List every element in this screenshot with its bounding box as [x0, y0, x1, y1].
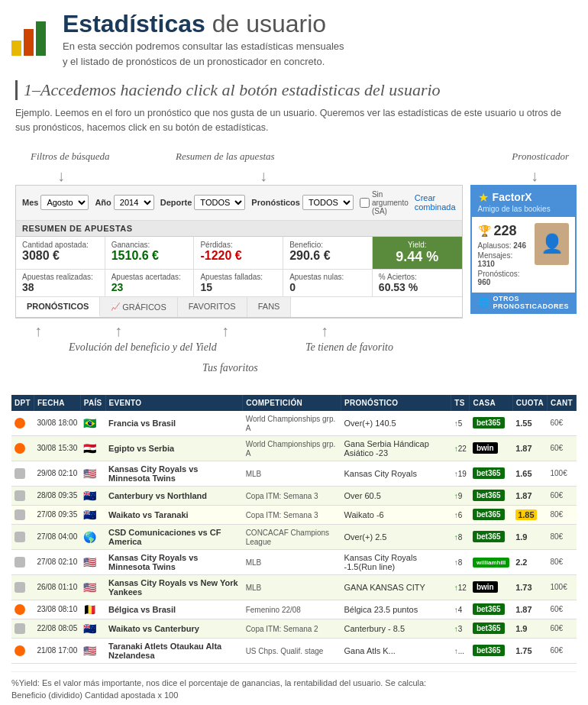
- cell-cant: 60€: [547, 619, 576, 638]
- page-subtitle: En esta sección podremos consultar las e…: [63, 39, 344, 69]
- stat-trofeos: 🏆 228: [478, 223, 529, 239]
- cell-pronostico: Bélgica 23.5 puntos: [341, 600, 451, 619]
- pronostico-value: Canterbury - 8.5: [344, 624, 405, 633]
- cell-pronostico: Over 60.5: [341, 486, 451, 505]
- bet-badge: bet365: [473, 509, 505, 520]
- pronostico-value: Over(+) 140.5: [344, 419, 396, 428]
- cell-acertadas: Apuestas acertadas: 23: [105, 270, 195, 296]
- globe-icon: 🌐: [478, 297, 489, 308]
- sin-argumento-input[interactable]: [360, 198, 370, 208]
- cell-evento: Waikato vs Canterbury: [105, 619, 243, 638]
- cuota-value: 1.87: [515, 605, 531, 614]
- tab-pronosticos[interactable]: PRONÓSTICOS: [16, 297, 100, 317]
- cuota-value: 1.73: [515, 583, 531, 592]
- bet-badge: williamhill: [473, 558, 509, 568]
- widget-container: Mes Agosto Año 2014 Deporte TODOS: [15, 185, 573, 319]
- resumen-header: RESUMEN DE APUESTAS: [16, 221, 462, 237]
- cell-ts: ↑19: [451, 461, 470, 486]
- ano-select[interactable]: 2014: [114, 195, 154, 210]
- pronos-subtitle: Amigo de las bookies: [478, 205, 570, 213]
- pronosticador-panel: ★ FactorX Amigo de las bookies 🏆 228 Apl…: [470, 185, 577, 319]
- cell-evento: Canterbury vs Northland: [105, 486, 243, 505]
- table-row: 23/08 08:10 🇧🇪 Bélgica vs Brasil Femenin…: [11, 600, 577, 619]
- cell-pais: 🇺🇸: [80, 574, 105, 600]
- event-name: Waikato vs Taranaki: [108, 510, 189, 519]
- pronos-header: ★ FactorX Amigo de las bookies: [472, 186, 576, 217]
- bet-badge: bwin: [473, 581, 498, 593]
- cell-dpt: [11, 619, 34, 638]
- ts-value: 5: [458, 419, 463, 428]
- cell-dpt: [11, 486, 34, 505]
- event-name: Kansas City Royals vs Minnesota Twins: [108, 464, 198, 483]
- tab-fans[interactable]: FANS: [247, 297, 292, 317]
- sin-argumento-checkbox[interactable]: Sin argumento (SA): [360, 190, 409, 215]
- ts-value: 22: [458, 445, 467, 453]
- page-header: Estadísticas de usuario En esta sección …: [0, 0, 588, 73]
- pronos-footer[interactable]: 🌐 OTROS PRONOSTICADORES: [472, 293, 576, 312]
- step1-section: 1–Accedemos haciendo click al botón esta…: [0, 73, 588, 139]
- table-row: 27/08 02:10 🇺🇸 Kansas City Royals vs Min…: [11, 549, 577, 574]
- pronostico-value: Waikato -6: [344, 510, 384, 519]
- col-ts: TS: [451, 395, 470, 411]
- ts-value: 12: [458, 584, 467, 592]
- cell-competicion: CONCACAF Champions League: [243, 524, 341, 549]
- event-name: Taranaki Atlets Otaukau Alta Nzelandesa: [108, 642, 221, 660]
- pronosticos-table: DPT FECHA PAÍS EVENTO COMPETICIÓN PRONÓS…: [11, 395, 577, 664]
- cell-falladas: Apuestas falladas: 15: [194, 270, 283, 296]
- trophy-icon: 🏆: [478, 225, 491, 237]
- crear-combinada-link[interactable]: Crear combinada: [415, 193, 456, 212]
- sport-indicator: [15, 604, 25, 615]
- cell-pais: 🇧🇪: [80, 600, 105, 619]
- cell-pais: 🇳🇿: [80, 619, 105, 638]
- cell-ts: ↑8: [451, 549, 470, 574]
- cell-casa: bet365: [470, 411, 512, 436]
- cell-cant: 80€: [547, 549, 576, 574]
- col-dpt: DPT: [11, 395, 34, 411]
- cell-cuota: 1.87: [512, 435, 547, 461]
- cell-dpt: [11, 600, 34, 619]
- bet-badge: bet365: [473, 645, 505, 656]
- competition-name: US Chps. Qualif. stage: [246, 647, 324, 655]
- tab-favoritos[interactable]: FAVORITOS: [178, 297, 247, 317]
- pronosticos-select[interactable]: TODOS: [302, 195, 354, 210]
- cell-dpt: [11, 574, 34, 600]
- main-widget: Mes Agosto Año 2014 Deporte TODOS: [15, 185, 463, 319]
- cell-evento: Bélgica vs Brasil: [105, 600, 243, 619]
- cell-pronostico: GANA KANSAS CITY: [341, 574, 451, 600]
- cell-pais: 🌎: [80, 524, 105, 549]
- competition-name: Copa ITM: Semana 2: [246, 625, 318, 633]
- cell-dpt: [11, 411, 34, 436]
- cell-fecha: 30/08 15:30: [34, 435, 80, 461]
- cell-pais: 🇺🇸: [80, 461, 105, 486]
- cell-evento: Egipto vs Serbia: [105, 435, 243, 461]
- cuota-value: 1.75: [515, 646, 531, 655]
- table-header: DPT FECHA PAÍS EVENTO COMPETICIÓN PRONÓS…: [11, 395, 577, 411]
- cell-cuota: 1.9: [512, 524, 547, 549]
- pronos-stats: 🏆 228 Aplausos: 246 Mensajes: 1310 Pr: [478, 223, 529, 286]
- logo-bar3: [36, 21, 46, 56]
- tab-graficos[interactable]: 📈 GRÁFICOS: [100, 297, 177, 317]
- filter-ano: Año 2014: [95, 195, 153, 210]
- cell-ts: ↑4: [451, 600, 470, 619]
- top-annotations: Filtros de búsqueda Resumen de las apues…: [15, 150, 573, 185]
- cell-cantidad: Cantidad apostada: 3080 €: [16, 237, 105, 269]
- cell-fecha: 27/08 04:00: [34, 524, 80, 549]
- cell-pais: 🇺🇸: [80, 549, 105, 574]
- cell-ts: ↑3: [451, 619, 470, 638]
- cell-fecha: 23/08 08:10: [34, 600, 80, 619]
- arrow-up-favoritos: ↑: [221, 322, 229, 340]
- cell-pronostico: Kansas City Royals -1.5(Run line): [341, 549, 451, 574]
- annotation-fans: Te tienen de favorito: [305, 341, 393, 354]
- bet-badge: bet365: [473, 467, 505, 479]
- cell-cant: 60€: [547, 435, 576, 461]
- cell-cuota: 1.87: [512, 600, 547, 619]
- cell-competicion: Copa ITM: Semana 2: [243, 619, 341, 638]
- ts-value: 8: [458, 533, 463, 542]
- deporte-select[interactable]: TODOS: [194, 195, 245, 210]
- cell-cuota: 1.65: [512, 461, 547, 486]
- bet-badge: bet365: [473, 623, 505, 634]
- pronostico-value: Kansas City Royals -1.5(Run line): [344, 553, 417, 571]
- cuota-value: 2.2: [515, 558, 527, 567]
- cell-yield: Yield: 9.44 %: [373, 237, 462, 269]
- mes-select[interactable]: Agosto: [40, 195, 89, 210]
